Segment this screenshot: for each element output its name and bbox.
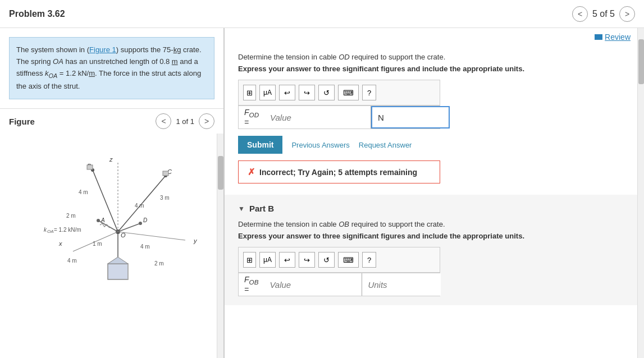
svg-text:x: x	[58, 240, 62, 247]
prev-problem-button[interactable]: <	[572, 6, 588, 22]
svg-text:4 m: 4 m	[135, 203, 144, 209]
part-a-units-input[interactable]	[371, 106, 450, 128]
part-b-header: ▼ Part B	[238, 204, 631, 213]
svg-rect-37	[108, 264, 128, 279]
right-panel: Review Determine the tension in cable OD…	[225, 28, 644, 358]
part-b-undo-button[interactable]: ↩	[279, 252, 295, 268]
grid-icon: ⊞	[246, 89, 253, 97]
review-link[interactable]: Review	[225, 28, 644, 44]
part-a-toolbar: ⊞ μA ↩ ↪ ↺	[239, 80, 440, 105]
svg-text:OA: OA	[47, 229, 54, 234]
svg-rect-24	[163, 171, 168, 176]
part-a-submit-row: Submit Previous Answers Request Answer	[238, 136, 631, 154]
svg-text:2 m: 2 m	[66, 213, 76, 219]
help-icon: ?	[367, 256, 371, 264]
review-icon	[595, 34, 602, 40]
svg-rect-23	[87, 165, 93, 169]
part-b-toolbar: ⊞ μA ↩ ↪ ↺	[239, 247, 440, 273]
prev-figure-button[interactable]: <	[156, 113, 171, 129]
svg-text:2 m: 2 m	[154, 260, 164, 267]
refresh-button[interactable]: ↺	[318, 85, 335, 100]
scrollbar-thumb	[638, 39, 644, 84]
part-a-label: FOD =	[239, 108, 264, 127]
svg-text:4 m: 4 m	[67, 258, 77, 264]
refresh-icon: ↺	[323, 89, 330, 97]
review-label: Review	[605, 33, 631, 42]
part-b-question-line2: Express your answer to three significant…	[238, 232, 631, 240]
error-icon: ✗	[248, 167, 255, 177]
svg-text:3 m: 3 m	[160, 195, 170, 201]
figure-svg: x y z O B C	[0, 134, 208, 285]
collapse-arrow-icon[interactable]: ▼	[238, 205, 245, 213]
svg-text:D: D	[143, 217, 147, 223]
part-b-units-input[interactable]	[362, 273, 441, 296]
part-a-value-input[interactable]	[264, 106, 371, 128]
error-box: ✗ Incorrect; Try Again; 5 attempts remai…	[238, 160, 440, 183]
part-b-input-row: FOB =	[239, 273, 440, 296]
request-answer-link[interactable]: Request Answer	[359, 141, 412, 149]
part-b-section: ▼ Part B Determine the tension in cable …	[225, 195, 644, 305]
part-a-question-line2: Express your answer to three significant…	[238, 65, 631, 73]
problem-description: The system shown in (Figure 1) supports …	[9, 37, 214, 99]
redo-button[interactable]: ↪	[299, 85, 315, 100]
grid-button[interactable]: ⊞	[243, 85, 256, 100]
help-icon: ?	[367, 89, 371, 97]
part-a-section: Determine the tension in cable OD requir…	[225, 44, 644, 192]
mu-icon: μA	[263, 256, 272, 264]
part-a-input-row: FOD =	[239, 105, 440, 128]
undo-button[interactable]: ↩	[279, 85, 295, 100]
right-scrollbar[interactable]	[637, 28, 644, 358]
mu-icon: μA	[263, 89, 272, 97]
keyboard-icon: ⌨	[343, 256, 354, 264]
chevron-left-icon: <	[161, 117, 166, 126]
figure-section: Figure < 1 of 1 >	[0, 108, 223, 358]
figure-canvas: x y z O B C	[0, 134, 223, 358]
svg-text:z: z	[109, 156, 113, 163]
undo-icon: ↩	[284, 256, 290, 264]
keyboard-button[interactable]: ⌨	[338, 85, 359, 100]
undo-icon: ↩	[284, 89, 290, 97]
figure-navigation: < 1 of 1 >	[156, 113, 214, 129]
figure-scrollbar[interactable]	[217, 134, 223, 358]
svg-text:= 1.2 kN/m: = 1.2 kN/m	[54, 227, 81, 233]
part-b-label: FOB =	[239, 275, 264, 295]
redo-icon: ↪	[304, 256, 310, 264]
page-count: 5 of 5	[592, 9, 615, 19]
keyboard-icon: ⌨	[343, 89, 354, 97]
scrollbar-thumb	[218, 156, 223, 190]
part-b-help-button[interactable]: ?	[362, 252, 376, 268]
problem-title: Problem 3.62	[9, 9, 65, 19]
part-b-grid-button[interactable]: ⊞	[243, 252, 256, 268]
part-b-keyboard-button[interactable]: ⌨	[338, 252, 359, 268]
chevron-right-icon: >	[204, 117, 209, 126]
submit-button[interactable]: Submit	[238, 136, 282, 154]
part-b-value-input[interactable]	[264, 273, 362, 296]
figure-link[interactable]: Figure 1	[89, 45, 116, 54]
next-figure-button[interactable]: >	[199, 113, 214, 129]
part-a-answer-container: ⊞ μA ↩ ↪ ↺	[238, 80, 440, 129]
error-message: Incorrect; Try Again; 5 attempts remaini…	[259, 168, 417, 177]
chevron-left-icon: <	[578, 10, 582, 19]
part-b-title: Part B	[249, 204, 274, 213]
part-b-mu-button[interactable]: μA	[259, 252, 276, 268]
grid-icon: ⊞	[246, 256, 253, 264]
mu-button[interactable]: μA	[259, 85, 276, 100]
part-a-question-line1: Determine the tension in cable OD requir…	[238, 53, 631, 61]
previous-answers-link[interactable]: Previous Answers	[291, 141, 349, 149]
part-b-refresh-button[interactable]: ↺	[318, 252, 335, 268]
svg-rect-0	[0, 134, 208, 285]
svg-text:4 m: 4 m	[140, 244, 150, 250]
help-button[interactable]: ?	[362, 85, 376, 100]
part-b-answer-container: ⊞ μA ↩ ↪ ↺	[238, 247, 440, 296]
next-problem-button[interactable]: >	[619, 6, 635, 22]
svg-text:4 m: 4 m	[79, 189, 88, 195]
figure-title: Figure	[9, 117, 35, 126]
svg-text:1 m: 1 m	[93, 241, 102, 247]
redo-icon: ↪	[304, 89, 310, 97]
header-navigation: < 5 of 5 >	[572, 6, 635, 22]
chevron-right-icon: >	[625, 10, 629, 19]
refresh-icon: ↺	[323, 256, 330, 264]
part-b-redo-button[interactable]: ↪	[299, 252, 315, 268]
part-b-question-line1: Determine the tension in cable OB requir…	[238, 220, 631, 228]
figure-page-count: 1 of 1	[176, 117, 194, 126]
